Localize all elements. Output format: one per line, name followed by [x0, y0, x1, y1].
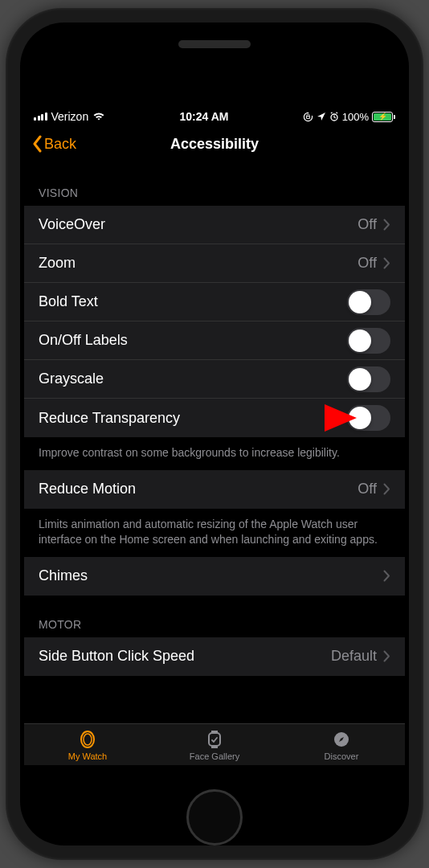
location-icon: [317, 112, 326, 121]
cell-side-button-speed[interactable]: Side Button Click Speed Default: [24, 637, 405, 676]
face-gallery-icon: [204, 729, 225, 750]
svg-rect-4: [209, 733, 220, 746]
nav-bar: Back Accessibility: [24, 125, 405, 162]
wifi-icon: [92, 112, 105, 121]
phone-frame: Verizon 10:24 AM 100% ⚡: [6, 8, 423, 860]
battery-percent: 100%: [342, 111, 369, 123]
watch-icon: [77, 729, 98, 750]
chevron-right-icon: [383, 257, 390, 269]
settings-list[interactable]: VISION VoiceOver Off Zoom Off Bold Text: [24, 162, 405, 723]
signal-icon: [34, 113, 47, 121]
chevron-right-icon: [383, 219, 390, 231]
footer-reduce-motion: Limits animation and automatic resizing …: [24, 509, 405, 557]
cell-label: Reduce Motion: [39, 481, 358, 497]
cell-label: Zoom: [39, 255, 358, 272]
status-time: 10:24 AM: [180, 110, 229, 123]
cell-bold-text[interactable]: Bold Text: [24, 283, 405, 321]
tab-label: My Watch: [68, 751, 108, 761]
cell-value: Off: [358, 216, 377, 233]
orientation-lock-icon: [303, 112, 313, 122]
home-button[interactable]: [186, 789, 243, 845]
battery-icon: ⚡: [372, 112, 395, 122]
cell-label: Grayscale: [39, 371, 347, 387]
chevron-left-icon: [32, 135, 43, 153]
carrier-label: Verizon: [51, 110, 89, 123]
back-label: Back: [44, 136, 76, 153]
cell-label: On/Off Labels: [39, 332, 347, 349]
tab-face-gallery[interactable]: Face Gallery: [151, 724, 278, 765]
cell-label: Reduce Transparency: [39, 410, 347, 427]
cell-grayscale[interactable]: Grayscale: [24, 360, 405, 399]
svg-rect-5: [211, 731, 218, 733]
tab-discover[interactable]: Discover: [278, 724, 405, 765]
toggle-reduce-transparency[interactable]: [347, 405, 390, 431]
alarm-icon: [329, 112, 339, 121]
back-button[interactable]: Back: [32, 135, 76, 153]
cell-onoff-labels[interactable]: On/Off Labels: [24, 321, 405, 360]
toggle-bold-text[interactable]: [347, 289, 390, 315]
toggle-grayscale[interactable]: [347, 366, 390, 392]
cell-value: Default: [331, 648, 377, 665]
tab-my-watch[interactable]: My Watch: [24, 724, 151, 765]
cell-label: Side Button Click Speed: [39, 648, 331, 665]
chevron-right-icon: [383, 570, 390, 582]
toggle-onoff-labels[interactable]: [347, 328, 390, 354]
chevron-right-icon: [383, 650, 390, 662]
compass-icon: [331, 729, 352, 750]
cell-chimes[interactable]: Chimes: [24, 557, 405, 596]
phone-speaker: [178, 40, 251, 48]
cell-value: Off: [358, 255, 377, 272]
cell-voiceover[interactable]: VoiceOver Off: [24, 206, 405, 244]
chevron-right-icon: [383, 483, 390, 495]
footer-vision: Improve contrast on some backgrounds to …: [24, 437, 405, 470]
cell-label: Chimes: [39, 567, 383, 584]
svg-point-3: [84, 734, 92, 745]
cell-value: Off: [358, 481, 377, 497]
section-header-motor: MOTOR: [24, 596, 405, 637]
cell-label: Bold Text: [39, 293, 347, 310]
cell-reduce-motion[interactable]: Reduce Motion Off: [24, 470, 405, 509]
cell-zoom[interactable]: Zoom Off: [24, 244, 405, 283]
tab-label: Face Gallery: [190, 751, 239, 761]
tab-bar: My Watch Face Gallery Discover: [24, 723, 405, 765]
svg-rect-6: [211, 746, 218, 748]
cell-label: VoiceOver: [39, 216, 358, 233]
page-title: Accessibility: [170, 136, 259, 153]
tab-label: Discover: [325, 751, 359, 761]
cell-reduce-transparency[interactable]: Reduce Transparency: [24, 399, 405, 437]
section-header-vision: VISION: [24, 162, 405, 206]
status-bar: Verizon 10:24 AM 100% ⚡: [24, 108, 405, 125]
